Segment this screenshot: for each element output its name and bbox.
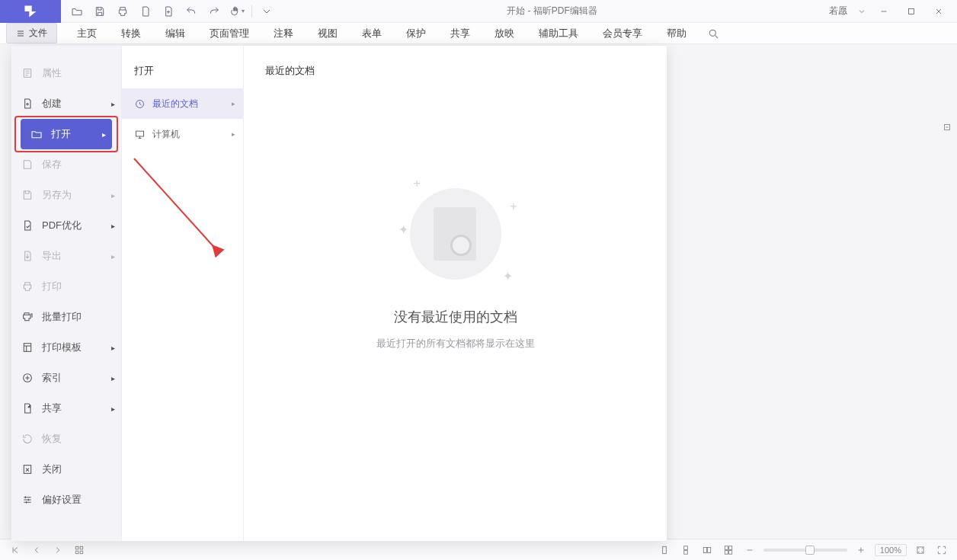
file-menu-batch-print[interactable]: 批量打印: [11, 302, 121, 332]
save-icon[interactable]: [91, 3, 108, 20]
optimize-icon: [21, 219, 34, 232]
file-menu-create[interactable]: 创建 ▸: [11, 88, 121, 119]
file-menu-close[interactable]: 关闭: [11, 454, 121, 485]
zoom-out-icon[interactable]: [742, 542, 757, 558]
file-menu-saveas[interactable]: 另存为 ▸: [11, 180, 121, 210]
open-folder-icon: [30, 127, 43, 141]
file-menu-label: 导出: [42, 249, 62, 263]
zoom-slider[interactable]: [763, 549, 847, 552]
open-sub-computer[interactable]: 计算机 ▸: [122, 119, 243, 149]
print-icon[interactable]: [114, 3, 131, 20]
empty-title: 没有最近使用的文档: [296, 308, 616, 326]
file-menu-export[interactable]: 导出 ▸: [11, 241, 121, 271]
svg-rect-4: [24, 344, 30, 352]
file-menu-restore[interactable]: 恢复: [11, 424, 121, 454]
preferences-icon: [21, 493, 34, 507]
create-icon: [21, 97, 34, 110]
ribbon-tab-share[interactable]: 共享: [438, 27, 482, 40]
file-menu-label: 批量打印: [42, 310, 82, 324]
window-title: 开始 - 福昕PDF编辑器: [275, 5, 829, 18]
page-first-icon[interactable]: [8, 542, 23, 558]
ribbon-tab-pages[interactable]: 页面管理: [197, 27, 261, 40]
ribbon-tab-view[interactable]: 视图: [306, 27, 350, 40]
close-button[interactable]: [927, 2, 951, 21]
file-menu-print[interactable]: 打印: [11, 271, 121, 302]
fit-page-icon[interactable]: [913, 542, 928, 558]
file-menu-print-template[interactable]: 打印模板 ▸: [11, 332, 121, 363]
batch-print-icon: [21, 310, 34, 324]
ribbon-tab-help[interactable]: 帮助: [655, 27, 699, 40]
svg-rect-16: [684, 550, 688, 554]
share-icon: [21, 402, 34, 415]
ribbon-tab-comment[interactable]: 注释: [261, 27, 306, 40]
ribbon-tab-slideshow[interactable]: 放映: [482, 27, 527, 40]
user-menu-chevron-icon[interactable]: [855, 5, 869, 18]
file-menu-optimize[interactable]: PDF优化 ▸: [11, 210, 121, 241]
file-menu-open[interactable]: 打开 ▸: [21, 119, 112, 149]
view-continuous-icon[interactable]: [678, 542, 693, 558]
hand-tool-icon[interactable]: ▾: [229, 3, 245, 20]
file-menu-label: 打开: [51, 127, 71, 141]
restore-icon: [21, 432, 34, 446]
ribbon-tab-home[interactable]: 主页: [65, 27, 109, 40]
file-menu-label: 保存: [42, 158, 62, 171]
ribbon-tab-protect[interactable]: 保护: [394, 27, 438, 40]
file-menu-index[interactable]: 索引 ▸: [11, 363, 121, 393]
chevron-right-icon: ▸: [232, 100, 235, 107]
page-icon[interactable]: [137, 3, 154, 20]
computer-icon: [133, 127, 146, 141]
fullscreen-icon[interactable]: [934, 542, 949, 558]
minimize-button[interactable]: [872, 2, 896, 21]
scrollbar-icon[interactable]: [942, 122, 952, 133]
ribbon-tab-accessibility[interactable]: 辅助工具: [527, 27, 591, 40]
thumbnails-icon[interactable]: [72, 542, 87, 558]
ribbon-tab-edit[interactable]: 编辑: [153, 27, 197, 40]
ribbon-tab-convert[interactable]: 转换: [109, 27, 153, 40]
chevron-right-icon: ▸: [111, 344, 115, 352]
maximize-button[interactable]: [899, 2, 923, 21]
file-menu-save[interactable]: 保存: [11, 149, 121, 180]
properties-icon: [21, 66, 34, 80]
chevron-right-icon: ▸: [111, 405, 115, 413]
chevron-right-icon: ▸: [111, 100, 115, 108]
file-menu-preferences[interactable]: 偏好设置: [11, 485, 121, 515]
view-facing-icon[interactable]: [699, 542, 715, 558]
undo-icon[interactable]: [183, 3, 200, 20]
redo-icon[interactable]: [206, 3, 222, 20]
svg-rect-14: [663, 546, 667, 553]
svg-rect-13: [80, 551, 83, 554]
search-icon[interactable]: [705, 25, 722, 42]
chevron-right-icon: ▸: [232, 130, 235, 138]
open-sub-label: 计算机: [152, 128, 180, 141]
zoom-in-icon[interactable]: [853, 542, 869, 558]
title-bar: ▾ 开始 - 福昕PDF编辑器 若愿: [0, 0, 957, 23]
ribbon-tab-form[interactable]: 表单: [350, 27, 394, 40]
file-tab-label: 文件: [29, 27, 47, 40]
file-menu-label: 创建: [42, 97, 62, 110]
clock-icon: [133, 97, 146, 110]
file-menu-panel: 属性 创建 ▸ 打开 ▸ 保存 另存为 ▸ PDF优化 ▸: [11, 46, 667, 541]
ribbon-tab-vip[interactable]: 会员专享: [591, 27, 655, 40]
open-sub-recent[interactable]: 最近的文档 ▸: [122, 88, 243, 119]
new-page-icon[interactable]: [160, 3, 177, 20]
file-menu-label: 关闭: [42, 462, 62, 476]
svg-point-1: [709, 30, 715, 36]
file-menu-properties[interactable]: 属性: [11, 58, 121, 88]
empty-illustration: ✦ + + ✦: [398, 177, 513, 291]
app-logo: [0, 0, 61, 23]
user-name[interactable]: 若愿: [829, 5, 847, 18]
qat-dropdown-icon[interactable]: [258, 3, 275, 20]
view-facing-cont-icon[interactable]: [721, 542, 736, 558]
separator: [251, 5, 252, 18]
view-single-icon[interactable]: [657, 542, 672, 558]
chevron-right-icon: ▸: [111, 374, 115, 382]
zoom-value[interactable]: 100%: [875, 544, 907, 556]
open-sub-label: 最近的文档: [152, 98, 198, 110]
close-doc-icon: [21, 462, 34, 476]
page-prev-icon[interactable]: [29, 542, 44, 558]
recent-panel-title: 最近的文档: [265, 64, 645, 78]
file-tab[interactable]: 文件: [6, 23, 57, 43]
open-icon[interactable]: [69, 3, 85, 20]
file-menu-share[interactable]: 共享 ▸: [11, 393, 121, 424]
page-next-icon[interactable]: [50, 542, 66, 558]
